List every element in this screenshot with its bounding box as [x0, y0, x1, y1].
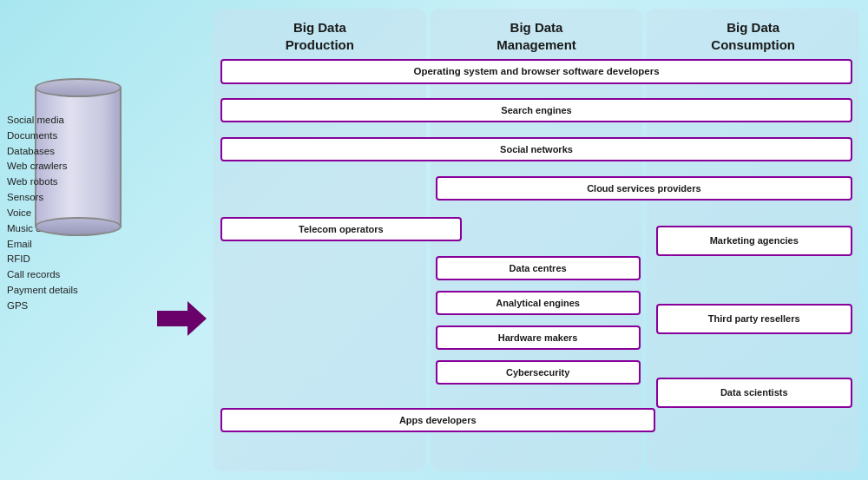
ds-sensors: Sensors	[7, 190, 78, 206]
ds-documents: Documents	[7, 128, 78, 144]
production-column: Big DataProduction	[214, 9, 426, 471]
main-layout: Social media Documents Databases Web cra…	[0, 0, 868, 480]
ds-gps: GPS	[7, 299, 78, 314]
right-arrow	[157, 301, 205, 336]
data-sources-list: Social media Documents Databases Web cra…	[7, 113, 78, 314]
diagram-wrapper: Big DataProduction Big DataManagement Bi…	[214, 9, 859, 471]
arrow-head	[187, 301, 207, 336]
left-section: Social media Documents Databases Web cra…	[9, 9, 148, 471]
ds-social-media: Social media	[7, 113, 78, 128]
cylinder-bottom	[35, 217, 122, 236]
ds-databases: Databases	[7, 144, 78, 160]
management-column: Big DataManagement	[431, 9, 643, 471]
ds-web-robots: Web robots	[7, 174, 78, 190]
ds-payment: Payment details	[7, 283, 78, 299]
production-title: Big DataProduction	[286, 17, 354, 59]
arrow-section	[155, 9, 207, 471]
consumption-title: Big DataConsumption	[711, 17, 795, 59]
consumption-column: Big DataConsumption	[647, 9, 859, 471]
cylinder-top	[35, 78, 122, 97]
arrow-body	[157, 311, 187, 326]
three-cols: Big DataProduction Big DataManagement Bi…	[214, 9, 859, 471]
ds-call-records: Call records	[7, 267, 78, 283]
ds-email: Email	[7, 237, 78, 253]
management-title: Big DataManagement	[496, 17, 576, 59]
ds-web-crawlers: Web crawlers	[7, 159, 78, 174]
ds-rfid: RFID	[7, 252, 78, 267]
